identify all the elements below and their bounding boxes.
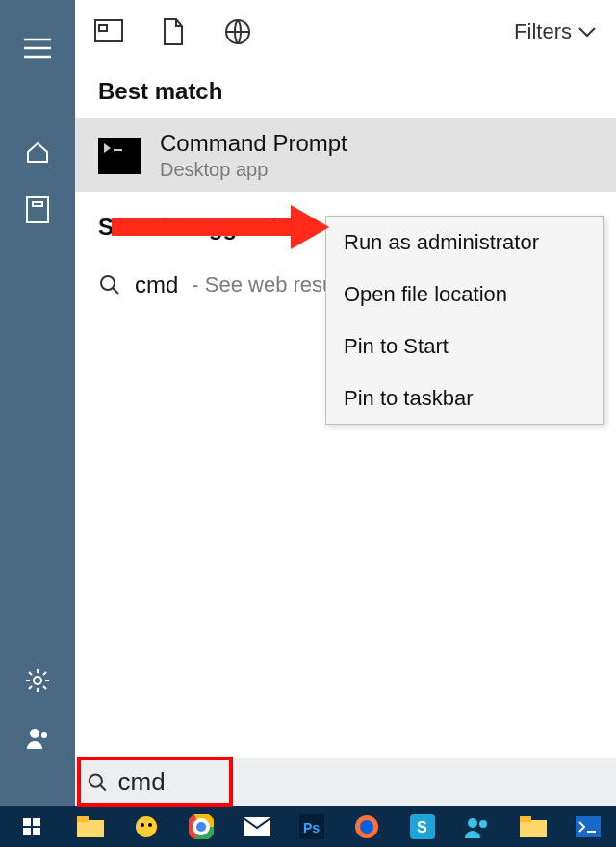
context-menu: Run as administrator Open file location …	[325, 216, 604, 425]
suggestion-term: cmd	[135, 271, 178, 298]
svg-point-8	[101, 276, 115, 290]
taskbar-snagit[interactable]: S	[395, 806, 449, 847]
best-match-header: Best match	[75, 63, 616, 118]
taskbar-chrome[interactable]	[173, 806, 228, 847]
context-pin-to-start[interactable]: Pin to Start	[326, 321, 603, 372]
documents-scope-icon[interactable]	[162, 17, 185, 46]
svg-point-24	[360, 820, 373, 834]
taskbar-terminal[interactable]	[561, 806, 616, 847]
svg-rect-10	[77, 820, 104, 837]
taskbar-search-box[interactable]	[75, 758, 616, 806]
taskbar-explorer[interactable]	[63, 806, 117, 847]
result-title: Command Prompt	[160, 130, 347, 157]
svg-point-3	[30, 729, 39, 738]
home-icon[interactable]	[0, 123, 75, 181]
apps-icon[interactable]	[0, 181, 75, 239]
windows-icon	[22, 817, 41, 836]
search-sidebar	[0, 0, 75, 806]
search-icon	[87, 771, 109, 794]
result-text: Command Prompt Desktop app	[160, 130, 347, 181]
svg-text:Ps: Ps	[303, 820, 320, 835]
search-scope-bar: Filters	[75, 0, 616, 63]
svg-rect-31	[576, 816, 601, 837]
svg-point-27	[468, 818, 477, 828]
menu-icon[interactable]	[0, 19, 75, 77]
svg-rect-11	[77, 816, 89, 822]
svg-point-2	[34, 677, 41, 684]
apps-scope-icon[interactable]	[94, 19, 123, 44]
taskbar: Ps S	[0, 806, 616, 847]
svg-rect-0	[27, 197, 48, 222]
svg-rect-6	[99, 25, 107, 31]
web-scope-icon[interactable]	[223, 17, 252, 46]
context-open-file-location[interactable]: Open file location	[326, 269, 603, 321]
svg-rect-30	[520, 816, 531, 822]
svg-point-19	[196, 822, 206, 832]
taskbar-people[interactable]	[450, 806, 505, 847]
svg-point-13	[141, 823, 144, 827]
settings-icon[interactable]	[0, 652, 75, 709]
taskbar-mail[interactable]	[229, 806, 284, 847]
context-run-as-admin[interactable]: Run as administrator	[326, 217, 603, 269]
account-icon[interactable]	[0, 709, 75, 767]
command-prompt-icon	[98, 138, 141, 174]
taskbar-explorer-2[interactable]	[505, 806, 560, 847]
svg-point-9	[90, 774, 102, 786]
svg-rect-1	[33, 202, 42, 206]
context-pin-to-taskbar[interactable]: Pin to taskbar	[326, 372, 603, 424]
search-icon	[98, 273, 121, 296]
taskbar-photoshop[interactable]: Ps	[284, 806, 339, 847]
svg-rect-29	[520, 820, 547, 837]
svg-point-4	[41, 732, 47, 738]
filters-dropdown[interactable]: Filters	[514, 19, 597, 44]
chevron-down-icon	[578, 25, 597, 38]
taskbar-app-lego[interactable]	[118, 806, 173, 847]
taskbar-firefox[interactable]	[340, 806, 395, 847]
svg-point-28	[479, 820, 487, 828]
svg-point-12	[136, 816, 157, 837]
result-subtitle: Desktop app	[160, 159, 347, 181]
svg-text:S: S	[417, 819, 427, 835]
start-button[interactable]	[0, 806, 63, 847]
search-input[interactable]	[118, 767, 604, 797]
result-command-prompt[interactable]: Command Prompt Desktop app	[75, 118, 616, 192]
svg-point-14	[148, 823, 152, 827]
filters-label: Filters	[514, 19, 572, 44]
